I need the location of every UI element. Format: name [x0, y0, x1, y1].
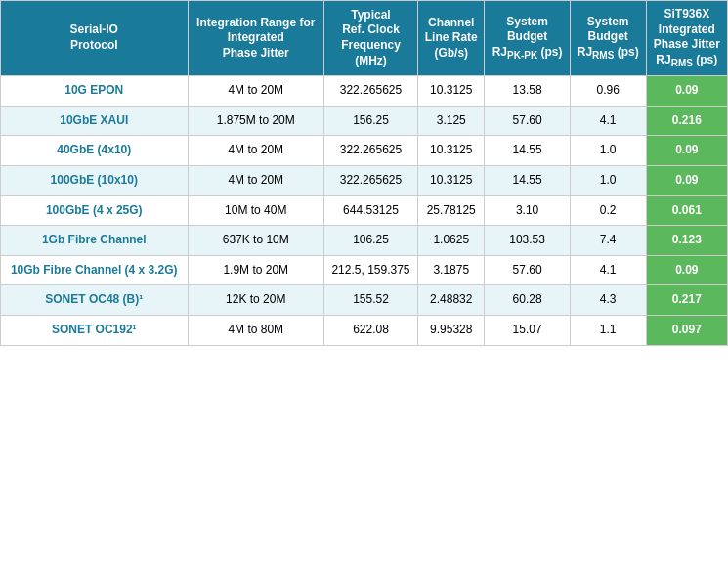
cell-ref-clock: 156.25 [323, 106, 417, 136]
header-sit-jitter: SiT936XIntegratedPhase JitterRJRMS (ps) [646, 1, 727, 76]
cell-rj-rms: 4.3 [570, 285, 646, 316]
cell-rj-rms: 1.1 [570, 315, 646, 345]
cell-int-range: 12K to 20M [188, 285, 323, 316]
table-row: SONET OC192¹4M to 80M622.089.9532815.071… [1, 315, 728, 345]
cell-rj-pk: 60.28 [485, 285, 570, 316]
table-row: SONET OC48 (B)¹12K to 20M155.522.4883260… [1, 285, 728, 316]
cell-line-rate: 3.125 [417, 106, 485, 136]
cell-line-rate: 10.3125 [417, 165, 485, 195]
cell-int-range: 4M to 20M [188, 136, 323, 166]
cell-rj-rms: 1.0 [570, 136, 646, 166]
header-protocol: Serial-IOProtocol [1, 1, 189, 76]
table-row: 1Gb Fibre Channel637K to 10M106.251.0625… [1, 226, 728, 256]
table-row: 10Gb Fibre Channel (4 x 3.2G)1.9M to 20M… [1, 255, 728, 285]
table-row: 100GbE (10x10)4M to 20M322.26562510.3125… [1, 165, 728, 195]
cell-protocol: SONET OC192¹ [1, 315, 189, 345]
table-row: 10GbE XAUI1.875M to 20M156.253.12557.604… [1, 106, 728, 136]
cell-rj-rms: 0.2 [570, 195, 646, 226]
cell-sit-jitter: 0.061 [646, 195, 727, 226]
cell-ref-clock: 155.52 [323, 285, 417, 316]
cell-protocol: 40GbE (4x10) [1, 136, 189, 166]
cell-rj-pk: 57.60 [485, 106, 570, 136]
header-ref-clock: TypicalRef. ClockFrequency(MHz) [323, 1, 417, 76]
cell-rj-pk: 14.55 [485, 165, 570, 195]
cell-rj-pk: 14.55 [485, 136, 570, 166]
table-row: 10G EPON4M to 20M322.26562510.312513.580… [1, 76, 728, 107]
cell-rj-rms: 4.1 [570, 255, 646, 285]
cell-rj-rms: 0.96 [570, 76, 646, 107]
cell-ref-clock: 212.5, 159.375 [323, 255, 417, 285]
cell-line-rate: 2.48832 [417, 285, 485, 316]
cell-int-range: 1.9M to 20M [188, 255, 323, 285]
cell-int-range: 4M to 20M [188, 76, 323, 107]
cell-protocol: 10G EPON [1, 76, 189, 107]
cell-rj-pk: 3.10 [485, 195, 570, 226]
cell-rj-pk: 103.53 [485, 226, 570, 256]
cell-int-range: 637K to 10M [188, 226, 323, 256]
cell-rj-rms: 1.0 [570, 165, 646, 195]
cell-sit-jitter: 0.097 [646, 315, 727, 345]
main-table-container: Serial-IOProtocol Integration Range forI… [0, 0, 728, 346]
cell-sit-jitter: 0.217 [646, 285, 727, 316]
cell-line-rate: 3.1875 [417, 255, 485, 285]
table-row: 40GbE (4x10)4M to 20M322.26562510.312514… [1, 136, 728, 166]
cell-line-rate: 10.3125 [417, 76, 485, 107]
cell-rj-rms: 7.4 [570, 226, 646, 256]
cell-int-range: 1.875M to 20M [188, 106, 323, 136]
cell-sit-jitter: 0.09 [646, 165, 727, 195]
cell-rj-pk: 57.60 [485, 255, 570, 285]
header-line-rate: ChannelLine Rate(Gb/s) [417, 1, 485, 76]
cell-int-range: 4M to 20M [188, 165, 323, 195]
cell-rj-rms: 4.1 [570, 106, 646, 136]
cell-protocol: 10GbE XAUI [1, 106, 189, 136]
cell-protocol: 100GbE (10x10) [1, 165, 189, 195]
cell-sit-jitter: 0.216 [646, 106, 727, 136]
cell-line-rate: 1.0625 [417, 226, 485, 256]
cell-ref-clock: 322.265625 [323, 76, 417, 107]
cell-sit-jitter: 0.123 [646, 226, 727, 256]
data-table: Serial-IOProtocol Integration Range forI… [0, 0, 728, 346]
cell-line-rate: 25.78125 [417, 195, 485, 226]
cell-sit-jitter: 0.09 [646, 76, 727, 107]
cell-ref-clock: 322.265625 [323, 165, 417, 195]
cell-protocol: SONET OC48 (B)¹ [1, 285, 189, 316]
cell-sit-jitter: 0.09 [646, 136, 727, 166]
cell-int-range: 10M to 40M [188, 195, 323, 226]
header-rj-pk: SystemBudgetRJPK-PK (ps) [485, 1, 570, 76]
cell-ref-clock: 644.53125 [323, 195, 417, 226]
table-row: 100GbE (4 x 25G)10M to 40M644.5312525.78… [1, 195, 728, 226]
cell-ref-clock: 106.25 [323, 226, 417, 256]
cell-line-rate: 10.3125 [417, 136, 485, 166]
cell-protocol: 10Gb Fibre Channel (4 x 3.2G) [1, 255, 189, 285]
cell-sit-jitter: 0.09 [646, 255, 727, 285]
cell-rj-pk: 13.58 [485, 76, 570, 107]
cell-line-rate: 9.95328 [417, 315, 485, 345]
header-int-range: Integration Range forIntegratedPhase Jit… [188, 1, 323, 76]
header-rj-rms: SystemBudgetRJRMS (ps) [570, 1, 646, 76]
cell-protocol: 100GbE (4 x 25G) [1, 195, 189, 226]
cell-protocol: 1Gb Fibre Channel [1, 226, 189, 256]
cell-rj-pk: 15.07 [485, 315, 570, 345]
cell-ref-clock: 622.08 [323, 315, 417, 345]
cell-ref-clock: 322.265625 [323, 136, 417, 166]
cell-int-range: 4M to 80M [188, 315, 323, 345]
